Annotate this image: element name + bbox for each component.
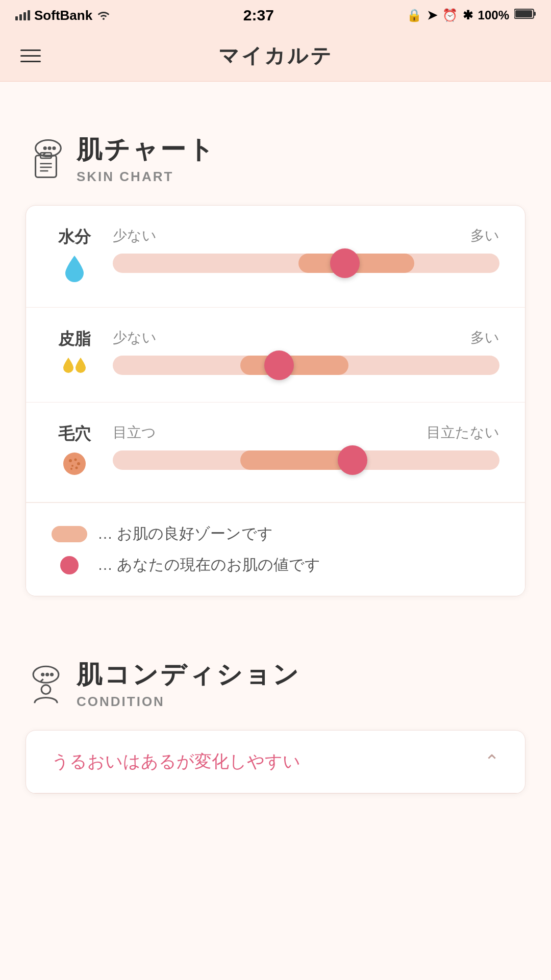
skin-chart-icon: [26, 138, 66, 179]
svg-point-20: [41, 673, 44, 676]
moisture-row: 水分 少ない 多い: [26, 206, 525, 308]
svg-point-13: [69, 459, 72, 462]
moisture-icon: [63, 254, 86, 287]
condition-row[interactable]: うるおいはあるが変化しやすい ⌃: [26, 731, 525, 793]
hamburger-menu-button[interactable]: [20, 49, 41, 62]
sebum-icon: [59, 356, 90, 382]
skin-chart-section: 肌チャート SKIN CHART 水分 少ない 多い: [0, 107, 551, 596]
svg-point-5: [48, 146, 52, 150]
status-right: 🔒 ➤ ⏰ ✱ 100%: [407, 8, 536, 22]
carrier-label: SoftBank: [34, 8, 92, 23]
sebum-thumb[interactable]: [264, 350, 294, 380]
sebum-scale-labels: 少ない 多い: [113, 328, 499, 347]
pore-slider-track[interactable]: [113, 450, 499, 470]
pore-icon: [61, 450, 88, 482]
moisture-scale-min: 少ない: [113, 226, 157, 245]
svg-point-6: [52, 146, 56, 150]
pore-scale-min: 目立つ: [113, 423, 156, 442]
skin-chart-title-en: SKIN CHART: [77, 169, 216, 185]
svg-point-12: [63, 453, 86, 475]
moisture-scale-max: 多い: [470, 226, 499, 245]
status-bar: SoftBank 2:37 🔒 ➤ ⏰ ✱ 100%: [0, 0, 551, 31]
page-title: マイカルテ: [218, 42, 333, 70]
skin-condition-icon: [26, 663, 66, 704]
pore-good-zone: [240, 450, 348, 470]
sebum-scale-max: 多い: [470, 328, 499, 347]
legend-item-good-zone: … お肌の良好ゾーンです: [52, 523, 499, 544]
sebum-slider-area: 少ない 多い: [113, 328, 499, 375]
pore-thumb[interactable]: [338, 445, 367, 475]
lock-icon: 🔒: [407, 8, 422, 22]
legend-good-zone-text: … お肌の良好ゾーンです: [97, 523, 273, 544]
legend-item-current-value: … あなたの現在のお肌の値です: [52, 555, 499, 575]
sebum-slider-track[interactable]: [113, 356, 499, 375]
skin-condition-title-ja: 肌コンディション: [77, 658, 300, 692]
status-left: SoftBank: [15, 8, 111, 23]
moisture-thumb[interactable]: [330, 248, 360, 278]
svg-point-22: [50, 673, 54, 676]
sebum-good-zone: [240, 356, 348, 375]
skin-chart-header: 肌チャート SKIN CHART: [26, 133, 525, 185]
sebum-scale-min: 少ない: [113, 328, 157, 347]
pore-slider-area: 目立つ 目立たない: [113, 423, 499, 470]
svg-point-14: [74, 459, 77, 461]
svg-point-4: [43, 146, 47, 150]
app-header: マイカルテ: [0, 31, 551, 82]
sebum-label-area: 皮脂: [52, 328, 97, 382]
sebum-label: 皮脂: [58, 328, 91, 350]
svg-point-21: [45, 673, 49, 676]
status-time: 2:37: [243, 7, 274, 24]
moisture-label-area: 水分: [52, 226, 97, 287]
pore-label-area: 毛穴: [52, 423, 97, 482]
svg-point-18: [70, 468, 72, 470]
moisture-scale-labels: 少ない 多い: [113, 226, 499, 245]
skin-chart-card: 水分 少ない 多い: [26, 205, 525, 596]
skin-chart-title-block: 肌チャート SKIN CHART: [77, 133, 216, 185]
condition-text: うるおいはあるが変化しやすい: [52, 750, 300, 773]
battery-icon: [514, 8, 536, 22]
alarm-icon: ⏰: [442, 8, 458, 22]
legend-current-value-text: … あなたの現在のお肌の値です: [97, 555, 320, 575]
bluetooth-icon: ✱: [463, 8, 473, 22]
legend-dot-icon: [60, 556, 79, 574]
wifi-icon: [96, 8, 111, 23]
moisture-label: 水分: [58, 226, 91, 248]
pore-row: 毛穴 目立つ: [26, 403, 525, 502]
skin-condition-header: 肌コンディション CONDITION: [26, 658, 525, 710]
condition-card: うるおいはあるが変化しやすい ⌃: [26, 730, 525, 794]
sebum-row: 皮脂 少ない 多い: [26, 308, 525, 403]
chart-legend: … お肌の良好ゾーンです … あなたの現在のお肌の値です: [26, 502, 525, 596]
pore-label: 毛穴: [58, 423, 91, 445]
svg-rect-2: [515, 10, 532, 17]
svg-point-15: [77, 462, 80, 465]
pore-scale-max: 目立たない: [427, 423, 499, 442]
svg-rect-1: [534, 12, 536, 16]
svg-point-16: [71, 465, 73, 467]
svg-point-23: [41, 685, 51, 694]
moisture-slider-track[interactable]: [113, 254, 499, 273]
moisture-slider-area: 少ない 多い: [113, 226, 499, 273]
skin-condition-section: 肌コンディション CONDITION うるおいはあるが変化しやすい ⌃: [0, 627, 551, 794]
legend-bar-icon: [52, 526, 87, 542]
pore-scale-labels: 目立つ 目立たない: [113, 423, 499, 442]
svg-point-17: [76, 467, 78, 469]
skin-condition-title-en: CONDITION: [77, 694, 300, 710]
battery-label: 100%: [478, 8, 509, 22]
signal-icon: [15, 10, 30, 20]
skin-condition-title-block: 肌コンディション CONDITION: [77, 658, 300, 710]
location-icon: ➤: [427, 8, 437, 22]
skin-chart-title-ja: 肌チャート: [77, 133, 216, 167]
chevron-up-icon[interactable]: ⌃: [484, 751, 499, 772]
